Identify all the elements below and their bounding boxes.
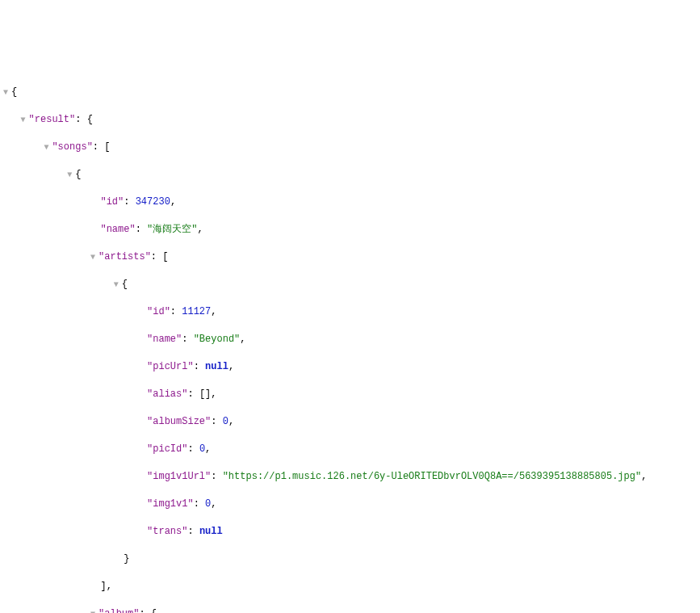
json-value-array: [] — [199, 388, 211, 400]
toggle-icon[interactable]: ▼ — [19, 113, 27, 127]
toggle-icon[interactable]: ▼ — [89, 607, 97, 613]
json-key-name: "name" — [147, 334, 182, 345]
toggle-icon[interactable]: ▼ — [42, 141, 50, 154]
json-value-string: "海阔天空" — [147, 224, 197, 235]
json-value-number: 0 — [199, 443, 205, 455]
json-key-alias: "alias" — [147, 388, 187, 400]
json-value-string: "Beyond" — [194, 334, 241, 345]
json-value-string: "https://p1.music.126.net/6y-UleORITEDbv… — [223, 471, 641, 482]
json-value-null: null — [199, 526, 223, 537]
json-key-album: "album" — [99, 608, 139, 613]
json-key-img1v1url: "img1v1Url" — [147, 471, 211, 482]
json-key-id: "id" — [147, 306, 170, 317]
json-key-result: "result" — [29, 114, 76, 125]
brace-open: { — [11, 86, 17, 98]
json-key-img1v1: "img1v1" — [147, 498, 194, 510]
json-value-number: 347230 — [136, 196, 170, 208]
json-tree-viewer: ▼{ ▼"result": { ▼"songs": [ ▼{ "id": 347… — [2, 72, 698, 613]
json-key-picurl: "picUrl" — [147, 361, 194, 372]
json-value-number: 0 — [223, 416, 228, 427]
bracket-close: ] — [100, 581, 106, 592]
toggle-icon[interactable]: ▼ — [2, 86, 10, 99]
toggle-icon[interactable]: ▼ — [89, 250, 97, 264]
brace-close: } — [124, 553, 129, 565]
json-key-songs: "songs" — [52, 141, 92, 153]
json-key-name: "name" — [100, 224, 135, 235]
json-key-artists: "artists" — [99, 251, 151, 262]
toggle-icon[interactable]: ▼ — [65, 168, 73, 182]
json-key-id: "id" — [100, 196, 124, 208]
json-key-trans: "trans" — [147, 526, 187, 537]
json-key-albumsize: "albumSize" — [147, 416, 211, 427]
json-value-null: null — [205, 361, 228, 372]
json-key-picid: "picId" — [147, 443, 187, 455]
toggle-icon[interactable]: ▼ — [112, 278, 120, 292]
json-value-number: 11127 — [182, 306, 211, 317]
